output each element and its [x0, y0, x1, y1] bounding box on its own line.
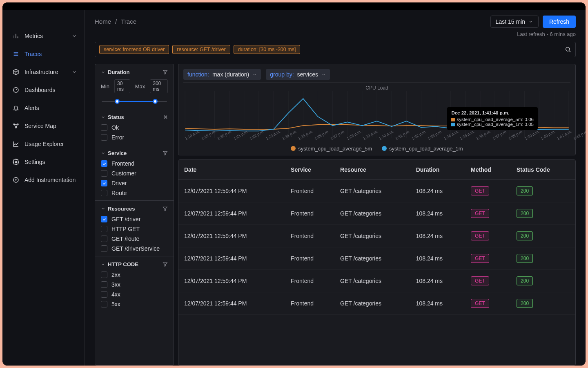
table-row[interactable]: 12/07/2021 12:59:44 PM Frontend GET /cat… [178, 292, 575, 315]
checkbox[interactable] [101, 216, 107, 222]
filter-httpcode-4xx[interactable]: 4xx [101, 291, 168, 298]
funnel-icon[interactable] [163, 70, 168, 75]
status-badge: 200 [517, 299, 533, 308]
search-bar[interactable]: service: frontend OR driverresource: GET… [95, 42, 576, 57]
caret-down-icon [101, 70, 105, 74]
filter-service-driver[interactable]: Driver [101, 180, 168, 186]
slider-thumb-max[interactable] [153, 99, 158, 104]
plus-icon [12, 176, 20, 184]
search-chip-0[interactable]: service: frontend OR driver [99, 45, 169, 54]
function-value: max (duration) [212, 71, 249, 78]
table-row[interactable]: 12/07/2021 12:59:44 PM Frontend GET /cat… [178, 225, 575, 247]
max-input[interactable]: 300 ms [150, 79, 168, 93]
filter-service-frontend[interactable]: Frontend [101, 160, 168, 167]
sidebar-item-infrastructure[interactable]: Infrastructure [2, 63, 85, 81]
filter-status-ok[interactable]: Ok [101, 124, 168, 131]
col-duration[interactable]: Duration [410, 160, 465, 180]
checkbox[interactable] [101, 124, 107, 131]
search-icon[interactable] [560, 42, 575, 57]
checkbox[interactable] [101, 226, 107, 232]
filter-status-error[interactable]: Error [101, 134, 168, 141]
filter-head-duration[interactable]: Duration [101, 69, 168, 75]
table-row[interactable]: 12/07/2021 12:59:44 PM Frontend GET /cat… [178, 180, 575, 202]
function-dropdown[interactable]: function: max (duration) [183, 69, 261, 80]
last-refresh-text: Last refresh - 6 mins ago [517, 31, 576, 37]
cell-resource: GET /categories [334, 225, 410, 247]
filter-resources-get-driverservice[interactable]: GET /driverService [101, 245, 168, 252]
cell-duration: 108.24 ms [410, 202, 465, 225]
checkbox[interactable] [101, 180, 107, 186]
breadcrumb-home[interactable]: Home [95, 18, 111, 25]
table-row[interactable]: 12/07/2021 12:59:44 PM Frontend GET /cat… [178, 270, 575, 292]
method-badge: GET [471, 231, 489, 240]
refresh-button[interactable]: Refresh [543, 16, 576, 28]
checkbox[interactable] [101, 160, 107, 167]
filter-title: Status [108, 114, 124, 120]
table-row[interactable]: 12/07/2021 12:59:44 PM Frontend GET /cat… [178, 247, 575, 270]
sidebar-item-traces[interactable]: Traces [2, 45, 85, 63]
cell-service: Frontend [285, 247, 334, 270]
filter-httpcode-3xx[interactable]: 3xx [101, 281, 168, 288]
close-icon[interactable]: ✕ [163, 114, 168, 120]
filter-head-service[interactable]: Service [101, 150, 168, 156]
funnel-icon[interactable] [163, 206, 168, 211]
slider-thumb-min[interactable] [115, 99, 120, 104]
svg-line-15 [569, 51, 570, 52]
legend-item-1m: system_cpu_load_average_1m [382, 146, 463, 152]
checkbox[interactable] [101, 291, 107, 298]
groupby-dropdown[interactable]: group by: services [266, 69, 330, 80]
sidebar-item-settings[interactable]: Settings [2, 153, 85, 171]
breadcrumb-trace[interactable]: Trace [121, 18, 136, 25]
filter-resources-get-driver[interactable]: GET /driver [101, 216, 168, 222]
sidebar-item-label: Settings [24, 159, 79, 165]
cell-duration: 108.24 ms [410, 270, 465, 292]
sidebar-item-alerts[interactable]: Alerts [2, 99, 85, 117]
cell-date: 12/07/2021 12:59:44 PM [178, 202, 285, 225]
col-status-code[interactable]: Status Code [511, 160, 575, 180]
min-input[interactable]: 30 ms [114, 79, 130, 93]
filter-resources-get-route[interactable]: GET /route [101, 236, 168, 242]
time-range-dropdown[interactable]: Last 15 min [490, 16, 539, 28]
checkbox[interactable] [101, 301, 107, 307]
sidebar-item-service-map[interactable]: Service Map [2, 117, 85, 135]
checkbox[interactable] [101, 272, 107, 278]
col-service[interactable]: Service [285, 160, 334, 180]
cell-method: GET [465, 180, 511, 202]
funnel-icon[interactable] [163, 150, 168, 156]
duration-slider[interactable] [102, 98, 167, 105]
table-row[interactable]: 12/07/2021 12:59:44 PM Frontend GET /cat… [178, 202, 575, 225]
filter-httpcode-2xx[interactable]: 2xx [101, 272, 168, 278]
checkbox[interactable] [101, 190, 107, 196]
sidebar-item-usage-explorer[interactable]: Usage Explorer [2, 135, 85, 153]
checkbox[interactable] [101, 281, 107, 288]
filters-panel: Duration Min 30 ms Max 300 ms Status ✕ O… [95, 64, 174, 366]
search-chip-1[interactable]: resource: GET /driver [172, 45, 230, 54]
filter-resources-http-get[interactable]: HTTP GET [101, 226, 168, 232]
sidebar-item-metrics[interactable]: Metrics [2, 27, 85, 45]
col-resource[interactable]: Resource [334, 160, 410, 180]
filter-httpcode-5xx[interactable]: 5xx [101, 301, 168, 307]
filter-head-resources[interactable]: Resources [101, 206, 168, 212]
cell-resource: GET /categories [334, 180, 410, 202]
checkbox[interactable] [101, 134, 107, 141]
checkbox[interactable] [101, 245, 107, 252]
col-date[interactable]: Date [178, 160, 285, 180]
filter-head-http-code[interactable]: HTTP CODE [101, 261, 168, 267]
search-chip-2[interactable]: duration: [30 ms -300 ms] [234, 45, 301, 54]
filter-service-customer[interactable]: Customer [101, 170, 168, 177]
filter-head-status[interactable]: Status ✕ [101, 114, 168, 120]
sidebar-item-label: Add Instrumentation [24, 177, 79, 183]
bar-chart-icon [12, 32, 20, 40]
chevron-down-icon [252, 72, 257, 77]
filter-title: HTTP CODE [108, 261, 138, 267]
checkbox[interactable] [101, 236, 107, 242]
filter-service-route[interactable]: Route [101, 190, 168, 196]
sidebar-item-add-instrumentation[interactable]: Add Instrumentation [2, 171, 85, 189]
funnel-icon[interactable] [163, 262, 168, 267]
legend-dot-blue [382, 146, 387, 151]
checkbox[interactable] [101, 170, 107, 177]
col-method[interactable]: Method [465, 160, 511, 180]
cell-status: 200 [511, 270, 575, 292]
sidebar-item-dashboards[interactable]: Dashboards [2, 81, 85, 99]
groupby-key: group by: [270, 71, 294, 78]
